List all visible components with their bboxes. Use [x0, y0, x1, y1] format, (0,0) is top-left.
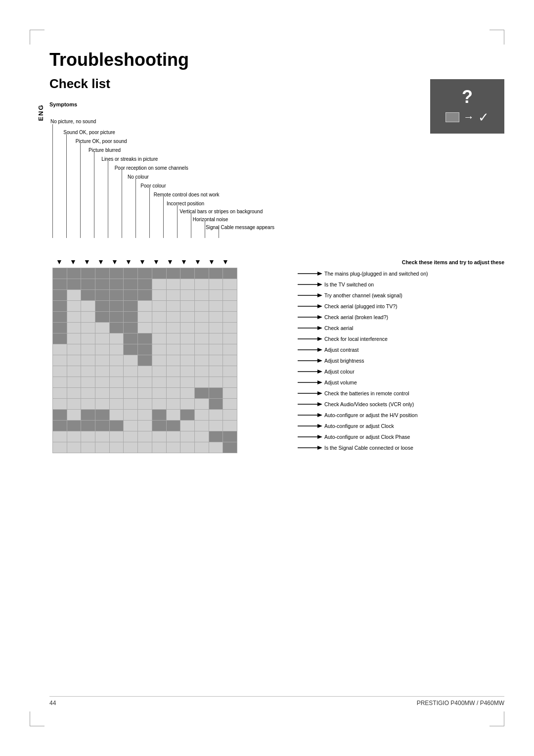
sym-label-11: Vertical bars or stripes on background — [138, 209, 263, 214]
check-item-row-15: Auto-configure or adjust Clock Phase — [298, 431, 504, 442]
down-arrow-5: ▼ — [108, 258, 122, 266]
grid-cell-r13-c11 — [209, 410, 223, 421]
arrow-icon-4 — [298, 314, 322, 320]
grid-cell-r15-c2 — [81, 431, 95, 442]
grid-cell-r14-c9 — [180, 421, 195, 431]
left-panel: No picture, no sound Sound OK, poor pict… — [49, 109, 292, 453]
grid-cell-r5-c1 — [67, 323, 81, 333]
grid-cell-r8-c10 — [194, 355, 209, 366]
grid-cell-r15-c1 — [67, 431, 81, 442]
grid-cell-r4-c1 — [67, 312, 81, 323]
grid-cell-r12-c9 — [180, 399, 195, 410]
check-item-label-4: Check aerial (broken lead?) — [322, 314, 388, 320]
grid-cell-r11-c5 — [124, 388, 138, 399]
grid-cell-r12-c5 — [124, 399, 138, 410]
grid-cell-r0-c1 — [67, 268, 81, 279]
down-arrow-7: ▼ — [135, 258, 149, 266]
grid-cell-r11-c8 — [166, 388, 180, 399]
grid-cell-r3-c7 — [152, 301, 166, 312]
grid-cell-r11-c7 — [152, 388, 166, 399]
grid-cell-r5-c3 — [95, 323, 110, 333]
arrow-icon-11 — [298, 390, 322, 396]
grid-cell-r4-c2 — [81, 312, 95, 323]
grid-cell-r3-c3 — [95, 301, 110, 312]
grid-cell-r9-c12 — [223, 366, 237, 377]
grid-cell-r14-c2 — [81, 421, 95, 431]
grid-cell-r5-c6 — [138, 323, 152, 333]
grid-cell-r4-c9 — [180, 312, 195, 323]
arrow-icon-9 — [298, 369, 322, 375]
grid-cell-r4-c11 — [209, 312, 223, 323]
check-item-label-9: Adjust colour — [322, 369, 355, 375]
check-item-row-7: Adjust contrast — [298, 344, 504, 355]
sym-label-9: Remote control does not work — [121, 192, 220, 197]
grid-cell-r11-c10 — [194, 388, 209, 399]
grid-cell-r12-c3 — [95, 399, 110, 410]
grid-cell-r2-c9 — [180, 290, 195, 301]
grid-cell-r8-c8 — [166, 355, 180, 366]
svg-marker-11 — [317, 326, 322, 330]
svg-marker-17 — [317, 359, 322, 363]
grid-cell-r16-c8 — [166, 442, 180, 453]
grid-cell-r5-c0 — [53, 323, 67, 333]
grid-cell-r0-c7 — [152, 268, 166, 279]
grid-cell-r10-c10 — [194, 377, 209, 388]
grid-cell-r5-c7 — [152, 323, 166, 333]
grid-cell-r13-c9 — [180, 410, 195, 421]
grid-cell-r7-c9 — [180, 344, 195, 355]
arrow-icon-0 — [298, 271, 322, 277]
check-item-label-7: Adjust contrast — [322, 347, 358, 353]
grid-cell-r16-c7 — [152, 442, 166, 453]
check-item-row-8: Adjust brightness — [298, 355, 504, 366]
grid-cell-r15-c12 — [223, 431, 237, 442]
check-item-label-16: Is the Signal Cable connected or loose — [322, 445, 413, 451]
grid-cell-r14-c0 — [53, 421, 67, 431]
grid-cell-r13-c6 — [138, 410, 152, 421]
arrow-icon-5 — [298, 325, 322, 331]
grid-cell-r4-c10 — [194, 312, 209, 323]
check-item-row-11: Check the batteries in remote control — [298, 388, 504, 399]
grid-cell-r0-c4 — [109, 268, 124, 279]
grid-cell-r9-c11 — [209, 366, 223, 377]
grid-cell-r10-c8 — [166, 377, 180, 388]
grid-cell-r3-c1 — [67, 301, 81, 312]
grid-cell-r16-c0 — [53, 442, 67, 453]
grid-cell-r9-c0 — [53, 366, 67, 377]
grid-cell-r3-c10 — [194, 301, 209, 312]
grid-cell-r14-c7 — [152, 421, 166, 431]
grid-cell-r14-c12 — [223, 421, 237, 431]
grid-cell-r15-c9 — [180, 431, 195, 442]
grid-cell-r1-c0 — [53, 279, 67, 290]
grid-cell-r8-c9 — [180, 355, 195, 366]
grid-cell-r1-c8 — [166, 279, 180, 290]
grid-cell-r6-c5 — [124, 333, 138, 344]
grid-cell-r1-c9 — [180, 279, 195, 290]
sym-label-5: Lines or streaks in picture — [85, 156, 158, 162]
check-item-label-12: Check Audio/Video sockets (VCR only) — [322, 401, 414, 407]
grid-cell-r10-c6 — [138, 377, 152, 388]
grid-cell-r7-c8 — [166, 344, 180, 355]
grid-cell-r10-c5 — [124, 377, 138, 388]
grid-cell-r6-c10 — [194, 333, 209, 344]
check-items-container: The mains plug-(plugged in and switched … — [298, 268, 504, 453]
grid-cell-r0-c11 — [209, 268, 223, 279]
grid-cell-r13-c0 — [53, 410, 67, 421]
check-item-row-3: Check aerial (plugged into TV?) — [298, 301, 504, 312]
grid-cell-r13-c4 — [109, 410, 124, 421]
grid-cell-r4-c3 — [95, 312, 110, 323]
grid-cell-r3-c9 — [180, 301, 195, 312]
corner-mark-bl — [30, 711, 44, 726]
grid-cell-r15-c5 — [124, 431, 138, 442]
grid-cell-r16-c2 — [81, 442, 95, 453]
arrow-icon-12 — [298, 401, 322, 407]
grid-cell-r15-c10 — [194, 431, 209, 442]
grid-cell-r0-c9 — [180, 268, 195, 279]
down-arrow-10: ▼ — [177, 258, 191, 266]
grid-cell-r12-c0 — [53, 399, 67, 410]
grid-cell-r8-c5 — [124, 355, 138, 366]
grid-cell-r2-c11 — [209, 290, 223, 301]
grid-cell-r0-c10 — [194, 268, 209, 279]
page-title: Troubleshooting — [49, 49, 504, 70]
sym-label-6: Poor reception on some channels — [94, 165, 188, 171]
sym-label-2: Sound OK, poor picture — [59, 130, 115, 135]
